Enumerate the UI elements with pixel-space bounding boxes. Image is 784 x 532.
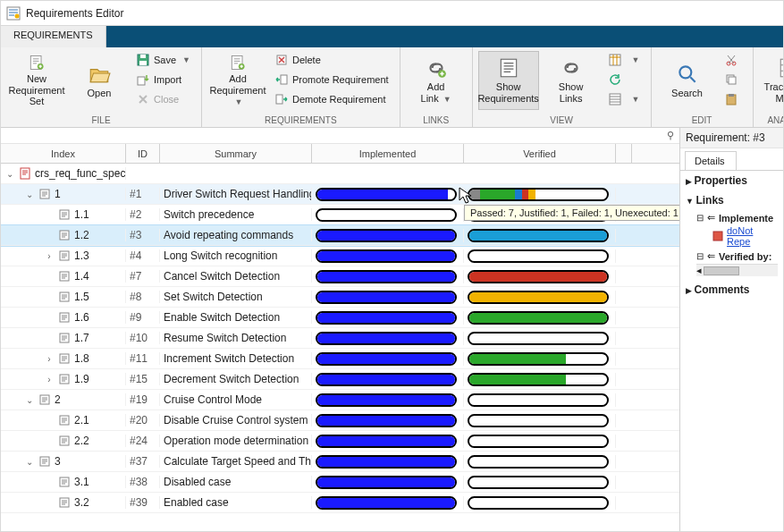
- table-row[interactable]: 1.6#9Enable Switch Detection: [1, 308, 679, 328]
- pushpin-icon[interactable]: ⚲: [667, 130, 674, 141]
- col-verified[interactable]: Verified: [464, 144, 616, 163]
- svg-rect-15: [610, 55, 620, 65]
- column-header: Index ID Summary Implemented Verified: [1, 144, 679, 164]
- tree-twisty[interactable]: ⌄: [24, 395, 35, 405]
- table-row[interactable]: ⌄crs_req_func_spec*: [1, 164, 679, 184]
- verified-bar: [464, 476, 616, 489]
- tree-twisty[interactable]: ›: [44, 251, 55, 261]
- add-link-button[interactable]: AddLink ▼: [406, 51, 467, 110]
- link-donotrepeat[interactable]: doNot Repe: [727, 225, 778, 247]
- implemented-bar: [312, 188, 464, 201]
- tab-requirements[interactable]: REQUIREMENTS: [1, 26, 106, 47]
- col-summary[interactable]: Summary: [160, 144, 312, 163]
- implemented-bar: [312, 229, 464, 242]
- implemented-bar: [312, 270, 464, 283]
- tree-twisty[interactable]: ⌄: [4, 169, 15, 179]
- table-row[interactable]: 1.2#3Avoid repeating commands: [1, 225, 679, 246]
- implemented-bar: [312, 435, 464, 448]
- search-button[interactable]: Search: [657, 51, 718, 110]
- demote-button[interactable]: Demote Requirement: [270, 90, 394, 108]
- implemented-bar: [312, 311, 464, 325]
- tree-twisty[interactable]: ›: [44, 354, 55, 364]
- show-requirements-button[interactable]: ShowRequirements: [478, 51, 539, 110]
- verified-bar: [464, 291, 616, 304]
- close-button[interactable]: Close: [131, 90, 196, 108]
- svg-rect-7: [138, 77, 145, 85]
- table-row[interactable]: 3.1#38Disabled case: [1, 472, 679, 493]
- requirements-tree[interactable]: ⌄crs_req_func_spec*⌄1#1Driver Switch Req…: [1, 164, 679, 531]
- verified-bar: [464, 332, 616, 345]
- copy-button[interactable]: [720, 71, 747, 89]
- verified-bar: [464, 229, 616, 242]
- table-row[interactable]: ›1.3#4Long Switch recognition: [1, 246, 679, 266]
- section-properties[interactable]: Properties: [680, 171, 783, 190]
- arrow-icon: ⇐: [707, 250, 715, 262]
- col-index[interactable]: Index: [1, 144, 126, 163]
- svg-point-1: [15, 13, 20, 18]
- refresh-button[interactable]: [603, 71, 645, 89]
- table-row[interactable]: ›1.9#15Decrement Switch Detection: [1, 369, 679, 390]
- verified-bar: [464, 249, 616, 263]
- details-panel: Requirement: #3 Details Properties Links…: [679, 128, 783, 531]
- svg-rect-24: [780, 60, 784, 78]
- tree-twisty[interactable]: ⌄: [24, 190, 35, 199]
- table-row[interactable]: ⌄1#1Driver Switch Request Handling: [1, 184, 679, 205]
- verified-bar: [464, 311, 616, 325]
- verified-bar: [464, 496, 616, 510]
- verified-bar: [464, 270, 616, 283]
- table-row[interactable]: 2.2#24Operation mode determination: [1, 431, 679, 452]
- table-row[interactable]: 3.2#39Enabled case: [1, 493, 679, 513]
- save-button[interactable]: Save▼: [131, 51, 196, 69]
- open-button[interactable]: Open: [69, 51, 130, 110]
- columns-button[interactable]: ▼: [603, 51, 645, 69]
- new-reqset-button[interactable]: NewRequirement Set: [6, 51, 67, 110]
- table-row[interactable]: ›1.8#11Increment Switch Detection: [1, 349, 679, 369]
- cut-button[interactable]: [720, 51, 747, 69]
- delete-button[interactable]: Delete: [270, 51, 394, 69]
- show-links-button[interactable]: ShowLinks: [541, 51, 602, 110]
- col-implemented[interactable]: Implemented: [312, 144, 464, 163]
- verified-bar: [464, 393, 616, 407]
- implemented-bar: [312, 208, 464, 222]
- window-title: Requirements Editor: [26, 7, 123, 20]
- section-comments[interactable]: Comments: [680, 280, 783, 300]
- tree-twisty[interactable]: ⌄: [24, 457, 35, 467]
- table-row[interactable]: ⌄2#19Cruise Control Mode: [1, 390, 679, 410]
- verified-bar: [464, 435, 616, 448]
- status-tooltip: Passed: 7, Justified: 1, Failed: 1, Unex…: [464, 205, 679, 221]
- table-row[interactable]: ⌄3#37Calculate Target Speed and Thr...: [1, 452, 679, 472]
- details-tab[interactable]: Details: [685, 151, 737, 170]
- svg-rect-25: [21, 168, 30, 179]
- section-links[interactable]: Links: [680, 190, 783, 210]
- svg-rect-42: [713, 232, 722, 241]
- svg-rect-23: [729, 94, 734, 97]
- details-title: Requirement: #3: [680, 128, 783, 148]
- horizontal-scrollbar[interactable]: ◂: [696, 264, 778, 276]
- verified-bar: [464, 414, 616, 427]
- table-row[interactable]: 1.7#10Resume Switch Detection: [1, 328, 679, 349]
- import-button[interactable]: Import: [131, 71, 196, 89]
- add-requirement-button[interactable]: AddRequirement ▼: [207, 51, 268, 110]
- view-opts-button[interactable]: ▼: [603, 90, 645, 108]
- block-icon: [712, 231, 723, 241]
- table-row[interactable]: 2.1#20Disable Cruise Control system: [1, 410, 679, 431]
- implemented-bar: [312, 393, 464, 407]
- implemented-bar: [312, 476, 464, 489]
- implemented-bar: [312, 496, 464, 510]
- app-icon: [6, 6, 21, 21]
- verified-bar: [464, 188, 616, 201]
- implemented-bar: [312, 332, 464, 345]
- table-row[interactable]: 1.4#7Cancel Switch Detection: [1, 266, 679, 287]
- table-row[interactable]: 1.5#8Set Switch Detection: [1, 287, 679, 308]
- implemented-bar: [312, 352, 464, 366]
- svg-rect-21: [729, 77, 736, 84]
- traceability-matrix-button[interactable]: TraceabilityMatrix: [759, 51, 784, 110]
- col-id[interactable]: ID: [126, 144, 160, 163]
- paste-button[interactable]: [720, 90, 747, 108]
- verified-bar: [464, 352, 616, 366]
- tree-twisty[interactable]: ›: [44, 375, 55, 384]
- implemented-bar: [312, 249, 464, 263]
- promote-button[interactable]: Promote Requirement: [270, 71, 394, 89]
- implemented-bar: [312, 373, 464, 386]
- ribbon-tabstrip: REQUIREMENTS: [1, 26, 783, 47]
